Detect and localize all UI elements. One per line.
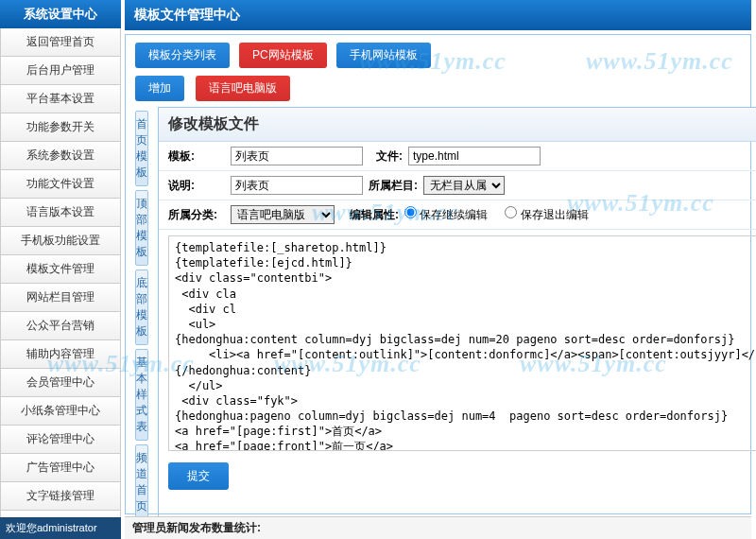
sidebar-item-10[interactable]: 公众平台营销: [0, 312, 121, 340]
sidebar-item-5[interactable]: 功能文件设置: [0, 170, 121, 199]
page-title: 模板文件管理中心: [125, 0, 751, 30]
subnav-item-4[interactable]: 频道首页: [135, 444, 148, 520]
radio-exit[interactable]: [505, 206, 517, 218]
sidebar-title: 系统设置中心: [0, 0, 121, 28]
subnav-item-0[interactable]: 首页模板: [135, 111, 148, 186]
lang-pc-button[interactable]: 语言吧电脑版: [196, 76, 290, 101]
desc-label: 说明:: [168, 178, 225, 194]
col-label: 所属栏目:: [369, 178, 418, 194]
radio-continue[interactable]: [404, 206, 417, 218]
tab-template-category-list[interactable]: 模板分类列表: [135, 43, 230, 68]
sidebar-item-1[interactable]: 后台用户管理: [0, 57, 121, 85]
sidebar-item-11[interactable]: 辅助内容管理: [0, 340, 121, 369]
stats-bar: 管理员新闻发布数量统计:: [125, 516, 751, 539]
main: 模板文件管理中心 模板分类列表 PC网站模板 手机网站模板 增加 语言吧电脑版 …: [125, 0, 751, 539]
sidebar-item-12[interactable]: 会员管理中心: [0, 369, 121, 397]
sidebar-item-9[interactable]: 网站栏目管理: [0, 284, 121, 312]
subnav-item-3[interactable]: 基本样式表: [135, 349, 148, 441]
subnav-item-2[interactable]: 底部模板: [135, 270, 148, 345]
opt-exit[interactable]: 保存退出编辑: [505, 206, 588, 223]
cat-label: 所属分类:: [168, 207, 225, 223]
welcome-bar: 欢迎您administrator: [0, 517, 121, 539]
add-button[interactable]: 增加: [135, 76, 184, 101]
sidebar-item-2[interactable]: 平台基本设置: [0, 85, 121, 113]
file-label: 文件:: [369, 148, 403, 165]
panel-title: 修改模板文件: [159, 108, 756, 142]
content-box: 模板分类列表 PC网站模板 手机网站模板 增加 语言吧电脑版 首页模板顶部模板底…: [125, 34, 751, 514]
col-select[interactable]: 无栏目从属: [423, 176, 505, 195]
sidebar-item-15[interactable]: 广告管理中心: [0, 454, 121, 482]
tpl-input[interactable]: [231, 147, 363, 165]
sidebar: 系统设置中心 返回管理首页后台用户管理平台基本设置功能参数开关系统参数设置功能文…: [0, 0, 121, 539]
sidebar-item-4[interactable]: 系统参数设置: [0, 142, 121, 170]
sidebar-item-7[interactable]: 手机板功能设置: [0, 227, 121, 255]
sidebar-item-16[interactable]: 文字链接管理: [0, 482, 121, 511]
edit-panel: 修改模板文件 模板: 文件: 说明: 所属栏目: 无栏目从属 所属分类: 语言吧…: [158, 107, 756, 539]
sidebar-item-14[interactable]: 评论管理中心: [0, 426, 121, 454]
sidebar-item-13[interactable]: 小纸条管理中心: [0, 397, 121, 426]
tpl-label: 模板:: [168, 148, 225, 165]
sidebar-item-0[interactable]: 返回管理首页: [0, 28, 121, 57]
file-input[interactable]: [408, 147, 541, 165]
sidebar-item-6[interactable]: 语言版本设置: [0, 199, 121, 227]
top-tabs: 模板分类列表 PC网站模板 手机网站模板: [135, 43, 741, 68]
edit-attr-label: 编辑属性:: [350, 207, 399, 223]
cat-select[interactable]: 语言吧电脑版: [231, 205, 335, 224]
action-row: 增加 语言吧电脑版: [135, 76, 741, 101]
subnav-item-1[interactable]: 顶部模板: [135, 190, 148, 266]
sub-nav: 首页模板顶部模板底部模板基本样式表频道首页列表页内容页二级菜单: [135, 107, 148, 539]
code-textarea[interactable]: {templatefile:[_sharetop.html]} {templat…: [168, 235, 756, 451]
tab-pc-template[interactable]: PC网站模板: [239, 43, 327, 68]
sidebar-item-3[interactable]: 功能参数开关: [0, 113, 121, 142]
sidebar-item-8[interactable]: 模板文件管理: [0, 255, 121, 284]
opt-continue[interactable]: 保存继续编辑: [404, 206, 488, 223]
submit-button[interactable]: 提交: [168, 462, 229, 490]
desc-input[interactable]: [231, 176, 363, 195]
tab-mobile-template[interactable]: 手机网站模板: [336, 43, 431, 68]
